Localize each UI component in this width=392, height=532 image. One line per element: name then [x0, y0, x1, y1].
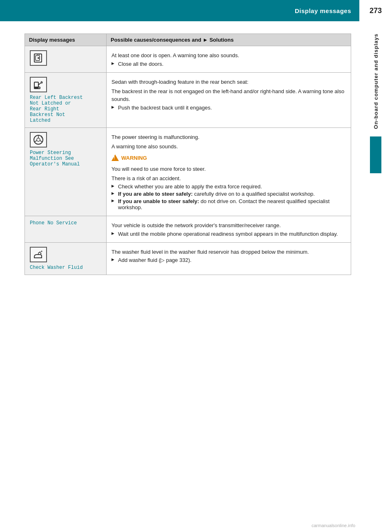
solution-washer: Add washer fluid (▷ page 332). [111, 257, 346, 263]
display-msg-cell-phone: Phone No Service [25, 216, 107, 243]
svg-line-9 [40, 141, 42, 142]
svg-point-6 [37, 138, 40, 141]
cause-text-1: Sedan with through-loading feature in th… [111, 78, 346, 86]
display-msg-cell-washer: Check Washer Fluid [25, 242, 107, 275]
cause-cell-phone: Your vehicle is outside the network prov… [107, 216, 351, 243]
header-title: Display messages [295, 7, 351, 14]
svg-point-12 [41, 250, 42, 252]
phone-display-label: Phone No Service [30, 220, 77, 226]
cause-steering-4: There is a risk of an accident. [111, 174, 346, 183]
sidebar-accent-block [370, 136, 381, 173]
sidebar-label: On-board computer and displays [373, 34, 379, 129]
svg-text:!: ! [40, 135, 42, 139]
solution-steering-3: If you are unable to steer safely: do no… [111, 198, 346, 210]
washer-display-label: Check Washer Fluid [30, 265, 83, 270]
solution-steering-1: Check whether you are able to apply the … [111, 183, 346, 190]
solution-text: Push the backrest back until it engages. [111, 105, 346, 111]
cause-text: At least one door is open. A warning ton… [111, 51, 346, 60]
cause-text-2: The backrest in the rear is not engaged … [111, 87, 346, 103]
table-row: Rear Left Backrest Not Latched or Rear R… [25, 73, 351, 128]
col-header-display-messages: Display messages [25, 34, 107, 46]
solution-text: Close all the doors. [111, 61, 346, 67]
door-icon-box [30, 50, 47, 66]
display-messages-table: Display messages Possible causes/consequ… [24, 34, 351, 275]
cause-cell-backrest: Sedan with through-loading feature in th… [107, 73, 351, 128]
cause-phone-1: Your vehicle is outside the network prov… [111, 221, 346, 230]
svg-point-13 [40, 253, 42, 254]
col-header-causes: Possible causes/consequences and ► Solut… [107, 34, 351, 46]
cause-steering-2: A warning tone also sounds. [111, 143, 346, 151]
solution-steering-2: If you are able to steer safely: careful… [111, 191, 346, 197]
display-msg-cell-steering: ! Power Steering Malfunction See Operato… [25, 128, 107, 216]
cause-washer-1: The washer fluid level in the washer flu… [111, 248, 346, 256]
table-row: Phone No Service Your vehicle is outside… [25, 216, 351, 243]
warning-triangle-icon [111, 154, 119, 161]
footer-watermark: carmanualsonline.info [312, 523, 355, 528]
page-number-box: 273 [359, 0, 392, 21]
cause-cell-door: At least one door is open. A warning ton… [107, 46, 351, 73]
steering-icon-box: ! [30, 132, 47, 148]
warning-text: WARNING [121, 155, 147, 161]
warning-label: WARNING [111, 154, 147, 161]
steering-display-label: Power Steering Malfunction See Operator'… [30, 150, 80, 167]
door-icon [33, 52, 44, 64]
table-row: Check Washer Fluid The washer fluid leve… [25, 242, 351, 275]
backrest-icon [33, 79, 44, 90]
page-header: Display messages 273 [0, 0, 392, 21]
page-number: 273 [370, 7, 382, 15]
display-msg-cell-backrest: Rear Left Backrest Not Latched or Rear R… [25, 73, 107, 128]
solution-phone: Wait until the mobile phone operational … [111, 231, 346, 237]
cause-cell-washer: The washer fluid level in the washer flu… [107, 242, 351, 275]
washer-icon [33, 249, 44, 260]
svg-point-2 [38, 57, 39, 59]
right-sidebar: On-board computer and displays [359, 21, 392, 532]
cause-steering-1: The power steering is malfunctioning. [111, 133, 346, 141]
backrest-icon-box [30, 77, 47, 92]
washer-icon-box [30, 247, 47, 262]
steering-icon: ! [33, 134, 44, 145]
svg-line-8 [35, 141, 37, 142]
cause-steering-3: You will need to use more force to steer… [111, 165, 346, 173]
cause-cell-steering: The power steering is malfunctioning. A … [107, 128, 351, 216]
display-msg-cell-door [25, 46, 107, 73]
main-content: Display messages Possible causes/consequ… [0, 21, 359, 532]
backrest-display-label: Rear Left Backrest Not Latched or Rear R… [30, 95, 83, 123]
table-row: At least one door is open. A warning ton… [25, 46, 351, 73]
table-row: ! Power Steering Malfunction See Operato… [25, 128, 351, 216]
